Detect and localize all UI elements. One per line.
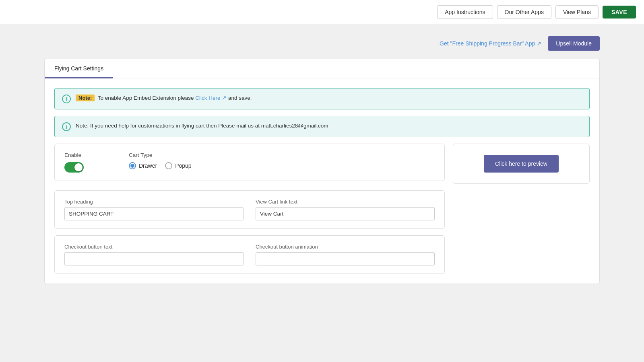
popup-label: Popup [175, 162, 191, 169]
click-here-link[interactable]: Click Here ↗ [195, 95, 228, 101]
info-banner-customization: i Note: If you need help for customizati… [54, 116, 590, 137]
other-apps-button[interactable]: Our Other Apps [497, 5, 551, 19]
checkout-fields-row: Checkout button text Checkout button ani… [64, 244, 435, 265]
enable-carttype-card: Enable Cart Type [54, 144, 445, 181]
cart-type-radio-group: Drawer Popup [129, 162, 435, 169]
note-badge: Note: [76, 95, 95, 101]
heading-viewcart-right-spacer [453, 190, 590, 229]
enable-toggle-wrap [64, 162, 113, 173]
header: App Instructions Our Other Apps View Pla… [0, 0, 644, 24]
top-heading-input[interactable] [64, 207, 244, 220]
drawer-option[interactable]: Drawer [129, 162, 157, 169]
drawer-label: Drawer [139, 162, 157, 169]
top-heading-field: Top heading [64, 199, 244, 220]
heading-viewcart-layout: Top heading View Cart link text [54, 190, 590, 229]
save-button[interactable]: SAVE [603, 6, 636, 19]
checkout-animation-input[interactable] [256, 252, 435, 265]
enable-label: Enable [64, 152, 113, 158]
view-cart-field: View Cart link text [256, 199, 435, 220]
heading-viewcart-card: Top heading View Cart link text [54, 190, 445, 229]
checkout-animation-field: Checkout button animation [256, 244, 435, 265]
view-cart-input[interactable] [256, 207, 435, 220]
view-cart-label: View Cart link text [256, 199, 435, 205]
checkout-text-input[interactable] [64, 252, 244, 265]
flying-cart-settings-tab[interactable]: Flying Cart Settings [45, 60, 113, 78]
checkout-card: Checkout button text Checkout button ani… [54, 235, 445, 274]
info-icon-2: i [62, 122, 71, 131]
top-action-bar: Get "Free Shipping Progress Bar" App ↗ U… [44, 36, 600, 51]
enable-section-layout: Enable Cart Type [54, 144, 590, 184]
checkout-text-field: Checkout button text [64, 244, 244, 265]
external-link-icon: ↗ [537, 40, 541, 47]
settings-card: Flying Cart Settings i Note: To enable A… [44, 59, 600, 284]
preview-panel: Click here to preview [453, 144, 590, 184]
preview-button[interactable]: Click here to preview [484, 155, 559, 173]
free-shipping-link-text: Get "Free Shipping Progress Bar" App [440, 40, 535, 47]
top-heading-label: Top heading [64, 199, 244, 205]
upsell-module-button[interactable]: Upsell Module [548, 36, 600, 51]
app-instructions-button[interactable]: App Instructions [437, 5, 493, 19]
popup-radio[interactable] [165, 162, 172, 169]
settings-tabs: Flying Cart Settings [45, 59, 599, 78]
settings-body: i Note: To enable App Embed Extension pl… [45, 78, 599, 284]
checkout-panel: Checkout button text Checkout button ani… [54, 235, 445, 274]
checkout-right-spacer [453, 235, 590, 274]
info-banner-embed: i Note: To enable App Embed Extension pl… [54, 88, 590, 109]
info-icon-1: i [62, 95, 71, 103]
toggle-knob [74, 163, 83, 171]
enable-toggle[interactable] [64, 162, 84, 173]
checkout-text-label: Checkout button text [64, 244, 244, 250]
heading-viewcart-fields-row: Top heading View Cart link text [64, 199, 435, 220]
external-link-icon-2: ↗ [222, 95, 227, 101]
preview-section: Click here to preview [453, 144, 590, 184]
banner-1-before-link: To enable App Embed Extension please [98, 95, 195, 101]
enable-carttype-panel: Enable Cart Type [54, 144, 445, 184]
cart-type-label: Cart Type [129, 152, 435, 158]
info-banner-1-text: Note: To enable App Embed Extension plea… [76, 94, 252, 102]
view-plans-button[interactable]: View Plans [555, 5, 599, 19]
banner-1-after-link: and save. [228, 95, 252, 101]
popup-option[interactable]: Popup [165, 162, 191, 169]
cart-type-field: Cart Type Drawer Popup [129, 152, 435, 169]
free-shipping-link[interactable]: Get "Free Shipping Progress Bar" App ↗ [440, 40, 541, 47]
enable-field: Enable [64, 152, 113, 173]
drawer-radio[interactable] [129, 162, 136, 169]
checkout-layout: Checkout button text Checkout button ani… [54, 235, 590, 274]
heading-viewcart-panel: Top heading View Cart link text [54, 190, 445, 229]
main-content: Get "Free Shipping Progress Bar" App ↗ U… [20, 24, 624, 296]
info-banner-2-text: Note: If you need help for customization… [76, 122, 328, 130]
checkout-animation-label: Checkout button animation [256, 244, 435, 250]
enable-carttype-row: Enable Cart Type [64, 152, 435, 173]
